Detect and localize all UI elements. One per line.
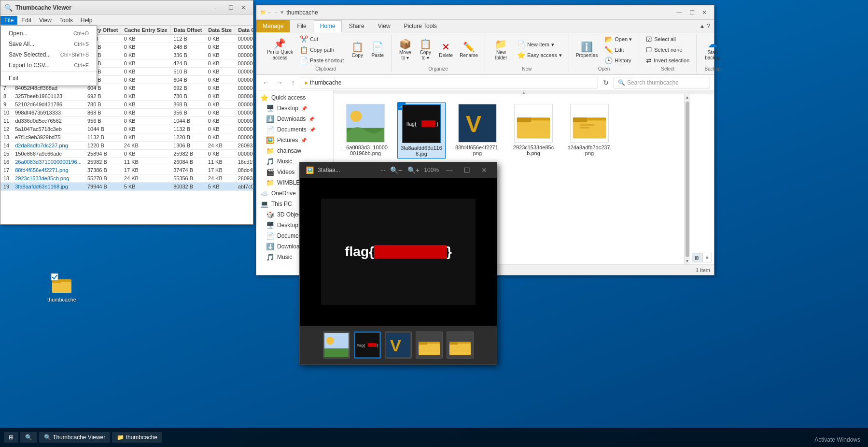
dropdown-exit[interactable]: Exit xyxy=(1,73,97,84)
ribbon-header-controls: ▲ ? xyxy=(444,20,714,32)
nav-chainsaw[interactable]: 📁 chainsaw xyxy=(256,145,333,156)
dropdown-export-csv[interactable]: Export to CSV... Ctrl+E xyxy=(1,60,97,71)
pin-quick-access-btn[interactable]: 📌 Pin to Quickaccess xyxy=(264,37,296,63)
taskbar-explorer[interactable]: 📁 thumbcache xyxy=(112,432,162,443)
taskbar-start[interactable]: ⊞ xyxy=(4,432,18,443)
dropdown-open[interactable]: Open... Ctrl+O xyxy=(1,28,97,39)
ribbon-tab-share[interactable]: Share xyxy=(343,20,371,32)
rename-btn[interactable]: ✏️ Rename xyxy=(457,40,481,60)
search-bar[interactable]: 🔍 Search thumbcache xyxy=(614,77,710,88)
easy-access-btn[interactable]: ⭐ Easy access ▾ xyxy=(514,50,565,60)
table-row[interactable]: 13e7f1c9eb3929bd751132 B0 KB1220 B0 KB00… xyxy=(0,133,253,142)
menu-tools[interactable]: Tools xyxy=(56,16,77,25)
table-row[interactable]: 1626a0083d3710000000196...25982 B11 KB26… xyxy=(0,158,253,166)
file-item-2[interactable]: ✓ flag{ } 3fa8aafdd63e1168.jpg xyxy=(397,102,446,159)
large-icons-view-btn[interactable]: ⊞ xyxy=(692,253,701,262)
filmstrip-item-3[interactable]: V xyxy=(385,332,412,359)
table-row[interactable]: 11dd336d0d5cc76562956 B0 KB1044 B0 KB000… xyxy=(0,117,253,125)
scrollbar-thumb[interactable] xyxy=(686,101,689,257)
start-backup-btn[interactable]: ☁ Startbackup xyxy=(700,37,725,62)
up-btn[interactable]: ↑ xyxy=(287,77,299,88)
viewer-restore-btn[interactable]: ☐ xyxy=(460,163,474,177)
file-item-4[interactable]: 2923c1533de85cb.png xyxy=(509,102,558,159)
forward-btn[interactable]: → xyxy=(274,77,285,88)
filmstrip-item-5[interactable] xyxy=(447,332,474,359)
scroll-down-arrow[interactable]: ▼ xyxy=(686,259,689,263)
file-item-5[interactable]: d2da8adfb7dc237.png xyxy=(565,102,614,159)
viewer-zoom-out-btn[interactable]: 🔍− xyxy=(389,163,403,177)
select-all-btn[interactable]: ☑ Select all xyxy=(643,34,692,44)
nav-downloads[interactable]: ⬇️ Downloads 📌 xyxy=(256,114,333,124)
thumbcache-minimize-btn[interactable]: — xyxy=(212,3,224,13)
nav-quick-access[interactable]: ⭐ Quick access xyxy=(256,92,333,103)
delete-btn[interactable]: ✕ Delete xyxy=(436,40,456,60)
explorer-close-btn[interactable]: ✕ xyxy=(699,8,710,17)
open-dropdown-btn[interactable]: 📂 Open ▾ xyxy=(602,34,635,44)
explorer-minimize-btn[interactable]: — xyxy=(673,8,685,17)
viewer-close-btn[interactable]: ✕ xyxy=(477,163,491,177)
file-item-1[interactable]: _6a0083d3_1000000196bb.png xyxy=(341,102,390,159)
table-row[interactable]: 14d2da8adfb7dc237.png1220 B24 KB1306 B24… xyxy=(0,142,253,150)
viewer-minimize-btn[interactable]: — xyxy=(443,163,456,177)
table-row[interactable]: 182923c1533de85cb.png55270 B24 KB55356 B… xyxy=(0,174,253,183)
ribbon-collapse-btn[interactable]: ▲ xyxy=(699,23,705,29)
viewer-zoom-in-btn[interactable]: 🔍+ xyxy=(406,163,420,177)
move-to-btn[interactable]: 📦 Moveto ▾ xyxy=(395,37,415,62)
select-none-btn[interactable]: ☐ Select none xyxy=(643,45,692,55)
menu-edit[interactable]: Edit xyxy=(17,16,35,25)
paste-shortcut-btn[interactable]: 📄 Paste shortcut xyxy=(297,56,347,65)
explorer-maximize-btn[interactable]: ☐ xyxy=(686,8,698,17)
file-item-3[interactable]: V 88fd4f656e4f2271.png xyxy=(453,102,502,159)
invert-selection-btn[interactable]: ⇄ Invert selection xyxy=(643,56,692,65)
paste-btn[interactable]: 📄 Paste xyxy=(368,40,387,60)
properties-btn[interactable]: ℹ️ Properties xyxy=(573,40,601,60)
filmstrip-item-2[interactable]: flag{ } xyxy=(354,332,381,359)
ribbon-tab-view[interactable]: View xyxy=(372,20,397,32)
nav-documents-label: Documents xyxy=(277,126,307,133)
ribbon-tab-picture-tools[interactable]: Picture Tools xyxy=(398,20,443,32)
back-btn[interactable]: ← xyxy=(260,77,272,88)
new-item-btn[interactable]: 📄 New item ▾ xyxy=(514,40,565,49)
filmstrip-item-1[interactable] xyxy=(323,332,350,359)
scroll-up-arrow[interactable]: ▲ xyxy=(686,95,689,100)
taskbar-search[interactable]: 🔍 xyxy=(20,432,37,443)
taskbar-thumbcache[interactable]: 🔍 Thumbcache Viewer xyxy=(39,432,110,443)
table-row[interactable]: 193fa8aafdd63e1168.jpg79944 B5 KB80032 B… xyxy=(0,183,253,191)
menu-view[interactable]: View xyxy=(35,16,56,25)
cell-filename: 3257beeb19601123 xyxy=(12,92,84,101)
explorer-scrollbar[interactable]: ▲ ▼ xyxy=(684,94,690,264)
menu-help[interactable]: Help xyxy=(77,16,97,25)
nav-desktop[interactable]: 🖥️ Desktop 📌 xyxy=(256,103,333,114)
nav-documents[interactable]: 📄 Documents 📌 xyxy=(256,124,333,135)
table-row[interactable]: 15150e8687a9c66adc25894 B0 KB25982 B0 KB… xyxy=(0,150,253,158)
ribbon-help-btn[interactable]: ? xyxy=(707,23,710,29)
table-row[interactable]: 952102d649d431786780 B0 KB868 B0 KB00000… xyxy=(0,101,253,109)
ribbon-tab-file[interactable]: File xyxy=(291,20,312,32)
address-bar[interactable]: ▸ thumbcache xyxy=(301,77,598,88)
filmstrip-item-4[interactable] xyxy=(416,332,443,359)
ribbon-tab-home[interactable]: Home xyxy=(314,20,342,32)
table-row[interactable]: 83257beeb19601123692 B0 KB780 B0 KB00000… xyxy=(0,92,253,101)
table-row[interactable]: 125a1047ac5718c3eb1044 B0 KB1132 B0 KB00… xyxy=(0,125,253,133)
copy-btn[interactable]: 📋 Copy xyxy=(348,40,367,60)
edit-btn[interactable]: ✏️ Edit xyxy=(602,45,635,55)
file-name-3: 88fd4f656e4f2271.png xyxy=(455,144,500,156)
copy-to-btn[interactable]: 📋 Copyto ▾ xyxy=(416,37,435,62)
viewer-dots-menu[interactable]: ··· xyxy=(380,167,385,173)
details-view-btn[interactable]: ≡ xyxy=(702,253,712,262)
copy-path-btn[interactable]: 📋 Copy path xyxy=(297,45,347,55)
menu-file[interactable]: File xyxy=(0,16,17,25)
table-row[interactable]: 10998df4673b913333868 B0 KB956 B0 KB0000… xyxy=(0,109,253,117)
dropdown-save-all[interactable]: Save All... Ctrl+S xyxy=(1,39,97,49)
ribbon-tab-manage[interactable]: Manage xyxy=(256,20,290,32)
desktop-icon-thumbcache[interactable]: thumbcache xyxy=(42,271,81,304)
history-btn[interactable]: 🕒 History xyxy=(602,56,635,65)
dropdown-save-selected[interactable]: Save Selected... Ctrl+Shift+S xyxy=(1,49,97,60)
nav-pictures[interactable]: 🖼️ Pictures 📌 xyxy=(256,135,333,145)
thumbcache-close-btn[interactable]: ✕ xyxy=(238,3,249,13)
refresh-btn[interactable]: ↻ xyxy=(600,77,612,88)
cut-btn[interactable]: ✂️ Cut xyxy=(297,34,347,44)
thumbcache-maximize-btn[interactable]: ☐ xyxy=(225,3,237,13)
table-row[interactable]: 1788fd4f656e4f2271.png37386 B17 KB37474 … xyxy=(0,166,253,174)
new-folder-btn[interactable]: 📁 Newfolder xyxy=(489,37,513,62)
